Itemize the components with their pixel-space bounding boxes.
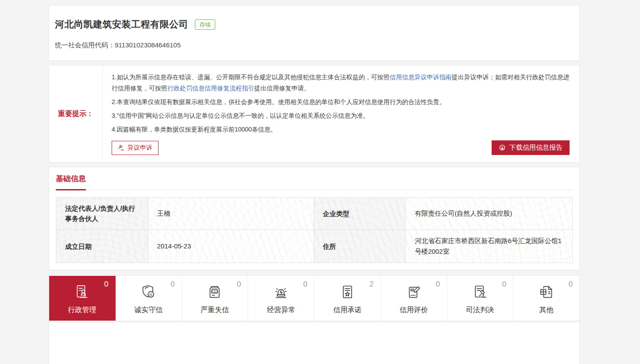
- tab-label: 信用评价: [400, 306, 428, 315]
- establish-date-label: 成立日期: [56, 230, 148, 263]
- tab-label: 信用承诺: [333, 306, 361, 315]
- download-report-button[interactable]: 下载信用信息报告: [492, 140, 570, 155]
- notice-point-4: 4.因篇幅有限，单类数据仅按更新程度展示前10000条信息。: [112, 124, 570, 135]
- tab-label: 诚实守信: [134, 306, 163, 315]
- download-report-label: 下载信用信息报告: [509, 143, 562, 152]
- tab-label: 经营异常: [267, 306, 295, 315]
- tab-label: 严重失信: [201, 306, 229, 315]
- svg-text:信: 信: [149, 293, 152, 297]
- legal-representative-value: 王楠: [148, 197, 314, 230]
- notice-text-1a: 1.如认为所展示信息存在错误、遗漏、公开期限不符合规定以及其他侵犯信息主体合法权…: [112, 74, 390, 81]
- company-name: 河北尚凯建筑安装工程有限公司: [55, 18, 188, 31]
- credit-repair-guide-link[interactable]: 行政处罚信息信用修复流程指引: [167, 85, 254, 92]
- alarm-icon: [272, 283, 290, 302]
- objection-appeal-button[interactable]: 异议申诉: [112, 141, 159, 155]
- tab-label: 行政管理: [68, 306, 96, 315]
- table-row: 成立日期 2014-05-23 住所 河北省石家庄市桥西区新石南路6号汇龙国际公…: [56, 230, 573, 263]
- company-type-label: 企业类型: [314, 197, 406, 230]
- important-notice-card: 重要提示： 1.如认为所展示信息存在错误、遗漏、公开期限不符合规定以及其他侵犯信…: [49, 65, 580, 163]
- appeal-guide-link[interactable]: 信用信息异议申诉指南: [390, 74, 452, 81]
- basic-info-table: 法定代表人/负责人/执行事务合伙人 王楠 企业类型 有限责任公司(自然人投资或控…: [56, 197, 573, 263]
- tab-credit-evaluation[interactable]: 0 信用评价: [381, 276, 447, 321]
- grid-document-icon: [537, 283, 555, 302]
- tab-count-badge: 0: [502, 280, 506, 289]
- tab-honest-trustworthy[interactable]: 0 信 诚实守信: [116, 276, 182, 321]
- tab-count-badge: 2: [369, 280, 373, 289]
- tab-credit-commitment[interactable]: 2 信用承诺: [314, 276, 381, 321]
- credit-code-value: 911301023084646105: [115, 41, 181, 49]
- tab-label: 其他: [539, 306, 554, 315]
- tab-business-abnormal[interactable]: 0 经营异常: [248, 276, 314, 321]
- table-row: 法定代表人/负责人/执行事务合伙人 王楠 企业类型 有限责任公司(自然人投资或控…: [56, 197, 573, 230]
- notice-point-2: 2.本查询结果仅依现有数据展示相关信息，供社会参考使用。使用相关信息的单位和个人…: [112, 97, 570, 108]
- tab-count-badge: 0: [569, 280, 573, 289]
- status-badge: 存续: [195, 19, 215, 30]
- svg-text:失信人: 失信人: [211, 290, 219, 293]
- tab-count-badge: 0: [303, 280, 307, 289]
- notice-actions-row: 异议申诉 下载信用信息报告: [112, 140, 570, 155]
- tab-label: 司法判决: [466, 306, 494, 315]
- dishonest-list-icon: 失信人: [206, 283, 224, 302]
- address-label: 住所: [314, 230, 406, 263]
- tab-count-badge: 0: [436, 280, 440, 289]
- tab-count-badge: 0: [237, 280, 241, 289]
- download-icon: [499, 144, 506, 151]
- admin-stamp-icon: [73, 283, 91, 302]
- company-type-value: 有限责任公司(自然人投资或控股): [406, 197, 573, 230]
- basic-info-card: 基础信息 法定代表人/负责人/执行事务合伙人 王楠 企业类型 有限责任公司(自然…: [49, 167, 580, 270]
- evaluation-edit-icon: [405, 283, 423, 302]
- tab-serious-dishonesty[interactable]: 0 失信人 严重失信: [182, 276, 248, 321]
- notice-point-3: 3."信用中国"网站公示信息与认定单位公示信息不一致的，以认定单位相关系统公示信…: [112, 110, 570, 121]
- tab-count-badge: 0: [171, 280, 175, 289]
- category-tabs: 0 行政管理 0 信: [49, 275, 580, 321]
- gavel-document-icon: [471, 283, 489, 302]
- notice-point-1: 1.如认为所展示信息存在错误、遗漏、公开期限不符合规定以及其他侵犯信息主体合法权…: [112, 72, 570, 94]
- tab-judicial-judgment[interactable]: 0 司法判决: [447, 276, 514, 321]
- shield-integrity-icon: 信: [140, 283, 158, 302]
- basic-info-title-row: 基础信息: [56, 174, 573, 190]
- legal-representative-label: 法定代表人/负责人/执行事务合伙人: [56, 197, 148, 230]
- star-document-icon: [338, 283, 357, 302]
- basic-info-title: 基础信息: [56, 174, 86, 190]
- establish-date-value: 2014-05-23: [148, 230, 314, 263]
- address-value: 河北省石家庄市桥西区新石南路6号汇龙国际公馆1号楼2002室: [406, 230, 573, 263]
- notice-text-1c: 提出信用修复申请。: [254, 85, 310, 92]
- tab-count-badge: 0: [104, 280, 108, 289]
- tab-other[interactable]: 0 其他: [513, 276, 579, 321]
- page-container: 河北尚凯建筑安装工程有限公司 存续 统一社会信用代码：9113010230846…: [49, 0, 580, 364]
- objection-appeal-label: 异议申诉: [128, 144, 152, 152]
- notice-title: 重要提示：: [49, 66, 102, 162]
- credit-code-line: 统一社会信用代码：911301023084646105: [55, 41, 570, 50]
- company-title-row: 河北尚凯建筑安装工程有限公司 存续: [55, 18, 570, 31]
- notice-body: 1.如认为所展示信息存在错误、遗漏、公开期限不符合规定以及其他侵犯信息主体合法权…: [102, 66, 579, 162]
- tab-admin-management[interactable]: 0 行政管理: [49, 276, 116, 321]
- tab-content-panel: [49, 322, 580, 364]
- credit-code-label: 统一社会信用代码：: [55, 41, 115, 49]
- gavel-icon: [118, 144, 124, 151]
- company-header-card: 河北尚凯建筑安装工程有限公司 存续 统一社会信用代码：9113010230846…: [49, 5, 580, 61]
